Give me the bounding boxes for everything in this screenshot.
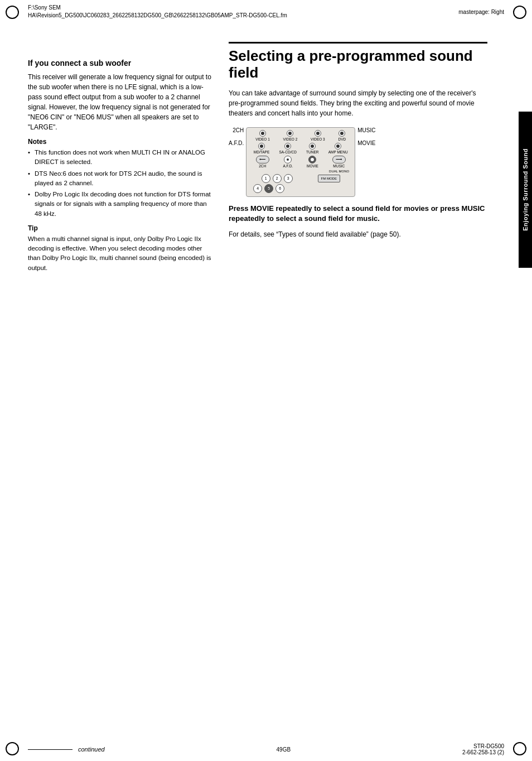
corner-mark-bl: [6, 742, 19, 755]
btn-music: ⟶ MUSIC: [332, 156, 346, 168]
btn-num1: 1: [262, 174, 270, 183]
remote-row-1: VIDEO 1 VIDEO 2 VIDEO 3 DVD: [249, 130, 352, 141]
footer-model-info: STR-DG500 2-662-258-13 (2): [462, 743, 504, 755]
btn-tuner: TUNER: [306, 143, 318, 154]
btn-dvd: DVD: [338, 130, 346, 141]
main-content: If you connect a sub woofer This receive…: [28, 25, 504, 728]
btn-2ch: ⟵ 2CH: [256, 156, 269, 168]
continued-text: continued: [28, 746, 105, 753]
model-number: STR-DG500: [462, 743, 504, 749]
label-afd: A.F.D.: [229, 140, 244, 146]
btn-ampmenu: AMP MENU: [328, 143, 348, 154]
press-instruction: Press MOVIE repeatedly to select a sound…: [229, 204, 487, 224]
btn-num5: 5: [264, 184, 273, 193]
btn-afd: A.F.D.: [283, 156, 293, 168]
notes-list: This function does not work when MULTI C…: [28, 148, 212, 219]
right-intro: You can take advantage of surround sound…: [229, 88, 487, 118]
btn-movie: MOVIE: [307, 156, 318, 168]
btn-num4: 4: [253, 184, 262, 193]
label-2ch: 2CH: [229, 127, 244, 133]
note-item-2: DTS Neo:6 does not work for DTS 2CH audi…: [28, 169, 212, 189]
btn-video3: VIDEO 3: [311, 130, 325, 141]
continued-line: [28, 749, 72, 750]
note-item-1: This function does not work when MULTI C…: [28, 148, 212, 167]
left-section-heading: If you connect a sub woofer: [28, 59, 212, 68]
btn-num2: 2: [273, 174, 282, 183]
btn-video1: VIDEO 1: [255, 130, 270, 141]
btn-fmmode: FM MODE: [318, 175, 340, 182]
header-file-path: F:\Sony SEM HA\Revision5_DG500\JC060283_…: [28, 4, 287, 20]
page-header: F:\Sony SEM HA\Revision5_DG500\JC060283_…: [0, 0, 532, 21]
label-movie-right: MOVIE: [357, 140, 375, 146]
diagram-right-labels: MUSIC MOVIE: [357, 127, 375, 156]
remote-row-2: MD/TAPE SA-CD/CD TUNER AMP MENU: [249, 143, 352, 154]
left-column: If you connect a sub woofer This receive…: [28, 25, 212, 728]
remote-control-diagram: VIDEO 1 VIDEO 2 VIDEO 3 DVD: [246, 127, 355, 197]
part-number: 2-662-258-13 (2): [462, 749, 504, 755]
tip-heading: Tip: [28, 224, 212, 232]
corner-mark-br: [513, 742, 526, 755]
right-section-title: Selecting a pre-programmed sound field: [229, 42, 487, 81]
remote-diagram-wrapper: 2CH A.F.D. VIDEO 1 VIDEO 2: [229, 127, 487, 197]
btn-num6: 6: [275, 184, 284, 193]
notes-heading: Notes: [28, 138, 212, 146]
btn-mdtape: MD/TAPE: [254, 143, 269, 154]
diagram-left-labels: 2CH A.F.D.: [229, 127, 244, 156]
page-footer: continued 49GB STR-DG500 2-662-258-13 (2…: [28, 743, 504, 755]
note-item-3: Dolby Pro Logic IIx decoding does not fu…: [28, 190, 212, 219]
for-details: For details, see “Types of sound field a…: [229, 229, 487, 239]
side-tab: Enjoying Surround Sound: [519, 112, 532, 268]
btn-video2: VIDEO 2: [283, 130, 298, 141]
page-number-area: 49GB: [277, 746, 291, 753]
dual-mono-label: DUAL MONO: [329, 170, 349, 173]
btn-sacdcd: SA-CD/CD: [279, 143, 296, 154]
right-column: Selecting a pre-programmed sound field Y…: [229, 25, 504, 728]
btn-num3: 3: [284, 174, 293, 183]
side-tab-text: Enjoying Surround Sound: [522, 148, 529, 231]
left-section-body: This receiver will generate a low freque…: [28, 72, 212, 132]
page-suffix: GB: [283, 746, 291, 753]
header-masterpage: masterpage: Right: [458, 9, 504, 15]
label-music-right: MUSIC: [357, 127, 375, 133]
continued-label: continued: [78, 746, 105, 753]
tip-body: When a multi channel signal is input, on…: [28, 234, 212, 273]
page-number: 49: [277, 746, 283, 753]
